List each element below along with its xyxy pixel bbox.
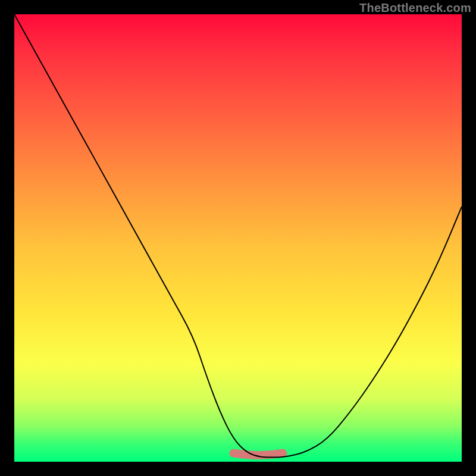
watermark-text: TheBottleneck.com: [359, 1, 471, 15]
chart-svg: [14, 14, 462, 462]
chart-frame: TheBottleneck.com: [0, 0, 476, 476]
valley-highlight: [233, 453, 283, 456]
chart-plot-area: [14, 14, 462, 462]
bottleneck-curve: [14, 14, 462, 457]
